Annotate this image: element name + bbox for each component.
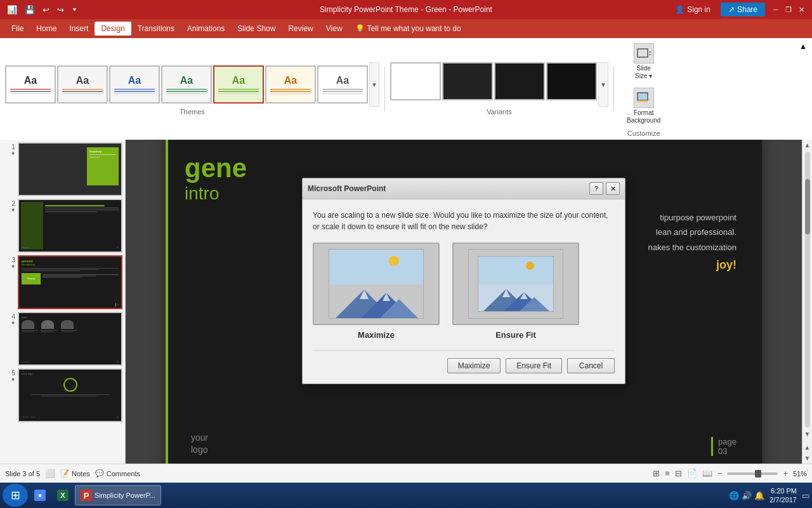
notes-icon: 📝 [60,469,69,478]
close-button[interactable]: ✕ [796,4,807,15]
view-notes-icon[interactable]: 📄 [687,469,697,478]
ribbon-divider-1 [384,67,385,111]
slide-star-2: ★ [11,207,15,213]
variant-1[interactable] [390,62,441,100]
redo-icon[interactable]: ↪ [55,4,66,16]
scroll-thumb[interactable] [805,179,810,234]
zoom-down-arrow[interactable]: ▼ [802,453,812,464]
menu-animations[interactable]: Animations [181,22,231,36]
slide-thumb-1[interactable]: Simplicity presentation [18,142,122,196]
view-sorter-icon[interactable]: ⊟ [675,469,682,478]
dialog-option-maximize[interactable]: Maximize [313,243,440,340]
view-reading-icon[interactable]: 📖 [702,469,712,478]
taskbar-excel[interactable]: X [52,485,74,505]
menu-design[interactable]: Design [95,22,131,36]
dialog-close-button[interactable]: ✕ [606,182,620,195]
menu-home[interactable]: Home [30,22,63,36]
scroll-up-arrow[interactable]: ▲ [802,140,812,150]
cancel-button[interactable]: Cancel [567,358,615,373]
menu-review[interactable]: Review [282,22,319,36]
menu-transitions[interactable]: Transitions [131,22,181,36]
notification-icon[interactable]: 🔔 [754,491,764,500]
minimize-button[interactable]: ─ [770,4,782,15]
view-normal-icon[interactable]: ⊞ [653,469,660,478]
status-right: ⊞ ≡ ⊟ 📄 📖 − + 51% [653,469,807,478]
menu-view[interactable]: View [320,22,349,36]
slide-view-icon[interactable]: ⬜ [45,469,55,478]
svg-rect-5 [638,100,648,102]
slide-star-4: ★ [11,320,15,326]
theme-1[interactable]: Aa [5,65,56,104]
slide-star-1: ★ [11,150,15,156]
notes-button[interactable]: 📝 Notes [60,469,90,478]
zoom-up-arrow[interactable]: ▲ [802,442,812,453]
theme-5-active[interactable]: Aa [213,65,264,104]
taskbar-powerpoint[interactable]: P Simplicity PowerP... [75,485,161,505]
variant-3[interactable] [494,62,545,100]
network-icon[interactable]: 🌐 [729,491,739,500]
view-outline-icon[interactable]: ≡ [665,469,670,478]
slide-num-4: 4 [5,312,15,320]
maximize-button[interactable]: Maximize [447,358,501,373]
menu-tell-me[interactable]: 💡 Tell me what you want to do [349,22,468,36]
theme-7[interactable]: Aa [317,65,368,104]
variants-scroll-down[interactable]: ▼ [598,62,608,107]
zoom-slider[interactable] [727,472,778,475]
theme-3[interactable]: Aa [109,65,160,104]
variant-4[interactable] [546,62,597,100]
collapse-ribbon-button[interactable]: ▲ [799,42,807,51]
time-display: 6:20 PM [769,486,797,495]
share-icon: ↗ [728,5,735,14]
right-scrollbar[interactable]: ▲ ▼ ▲ ▼ [802,140,812,464]
slide-thumb-2[interactable]: Simplicity 02 [18,199,122,253]
slide-item-4[interactable]: 4 ★ team [3,312,122,366]
menu-insert[interactable]: Insert [63,22,95,36]
volume-icon[interactable]: 🔊 [742,491,752,500]
menu-slideshow[interactable]: Slide Show [231,22,282,36]
slide-item-3[interactable]: 3 ★ general introductory [3,255,122,309]
zoom-in-icon[interactable]: + [783,469,788,478]
slide-body-line2: lean and professional. [648,225,737,239]
share-button[interactable]: ↗ Share [721,3,765,17]
ensure-fit-button[interactable]: Ensure Fit [506,358,562,373]
undo-icon[interactable]: ↩ [41,4,51,16]
format-background-button[interactable]: FormatBackground [624,85,663,127]
customize-section: SlideSize ▾ FormatBackground Customize [619,41,668,137]
show-desktop-icon[interactable]: ▭ [802,491,809,500]
menu-bar: File Home Insert Design Transitions Anim… [0,19,812,38]
dialog-help-button[interactable]: ? [589,182,603,195]
slide-page-num: page 03 [718,437,737,457]
theme-2[interactable]: Aa [57,65,108,104]
ensurefit-preview [452,243,579,325]
dialog-option-ensurefit[interactable]: Ensure Fit [452,243,579,340]
scroll-down-arrow[interactable]: ▼ [802,429,812,439]
theme-4[interactable]: Aa [161,65,212,104]
slide-thumb-3[interactable]: general introductory Simplicity [18,255,122,309]
slide-item-5[interactable]: 5 ★ team logo john doe - lead [3,368,122,422]
slide-body-line1: tipurpose powerpoint [648,210,737,225]
zoom-thumb[interactable] [755,470,761,478]
svg-rect-3 [638,93,648,100]
scroll-track[interactable] [805,152,810,427]
sign-in-button[interactable]: 👤 Sign in [675,5,710,14]
themes-scroll-down[interactable]: ▼ [369,62,379,107]
slide-thumb-5[interactable]: team logo john doe - leader 05 [18,368,122,422]
save-icon[interactable]: 💾 [23,4,37,16]
slide-item-2[interactable]: 2 ★ [3,199,122,253]
slide-thumb-4[interactable]: team [18,312,122,366]
variant-2[interactable] [442,62,493,100]
zoom-out-icon[interactable]: − [717,469,723,478]
slide-body-accent: joy! [648,255,737,275]
restore-button[interactable]: ❐ [783,4,794,15]
slide-item-1[interactable]: 1 ★ Simplicity presentation [3,142,122,196]
start-button[interactable]: ⊞ [3,484,28,507]
menu-file[interactable]: File [5,22,30,36]
customize-qa-icon[interactable]: ▼ [70,5,79,14]
chrome-icon: ● [34,490,46,501]
ribbon-divider-2 [613,67,614,111]
title-bar: 📊 💾 ↩ ↪ ▼ Simplicity PowerPoint Theme - … [0,0,812,19]
comments-button[interactable]: 💬 Comments [95,469,140,478]
slide-size-button[interactable]: SlideSize ▾ [624,41,663,83]
theme-6[interactable]: Aa [265,65,316,104]
taskbar-chrome[interactable]: ● [29,485,51,505]
